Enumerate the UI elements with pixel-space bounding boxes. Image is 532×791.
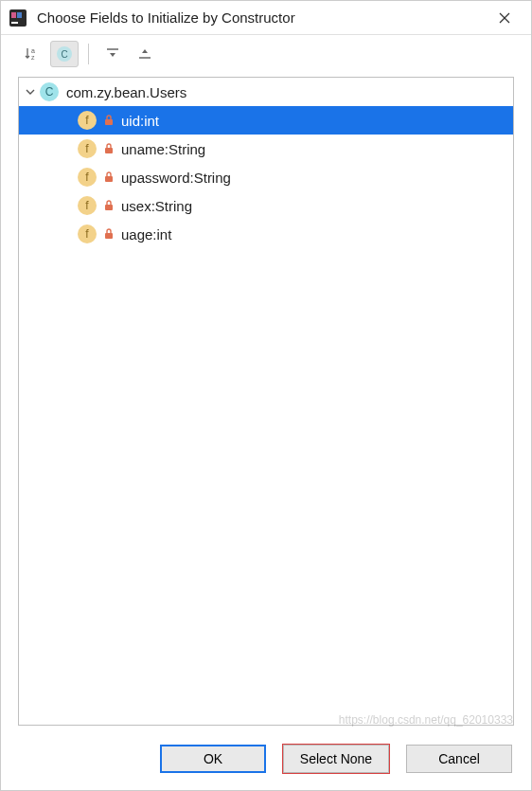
toolbar: a z C — [1, 35, 531, 73]
field-node[interactable]: fuage:int — [19, 220, 513, 248]
field-node[interactable]: fuid:int — [19, 106, 513, 135]
svg-rect-13 — [105, 205, 113, 210]
lock-icon — [102, 227, 115, 241]
field-icon: f — [78, 111, 97, 130]
lock-icon — [102, 114, 115, 127]
titlebar: Choose Fields to Initialize by Construct… — [1, 1, 531, 35]
svg-rect-3 — [11, 22, 18, 24]
field-label: usex:String — [121, 198, 192, 214]
app-icon — [9, 9, 27, 27]
svg-rect-10 — [105, 119, 113, 125]
field-icon: f — [78, 168, 97, 187]
collapse-all-button[interactable] — [131, 41, 159, 67]
field-label: upassword:String — [121, 170, 231, 186]
toolbar-separator — [88, 44, 89, 64]
cancel-button[interactable]: Cancel — [406, 745, 512, 773]
field-label: uname:String — [121, 141, 205, 157]
field-node[interactable]: fupassword:String — [19, 163, 513, 191]
svg-rect-1 — [11, 12, 16, 18]
close-icon — [499, 12, 510, 24]
chevron-down-icon[interactable] — [23, 87, 38, 97]
class-sort-icon: C — [57, 46, 72, 62]
lock-icon — [102, 171, 115, 184]
sort-alpha-button[interactable]: a z — [18, 41, 46, 67]
button-bar: OK Select None Cancel — [1, 733, 531, 790]
ok-button[interactable]: OK — [160, 745, 266, 773]
expand-all-icon — [105, 46, 120, 62]
svg-text:a: a — [31, 47, 35, 54]
svg-text:z: z — [31, 54, 35, 61]
svg-rect-14 — [105, 233, 113, 239]
select-none-button[interactable]: Select None — [283, 745, 389, 773]
field-node[interactable]: fusex:String — [19, 191, 513, 220]
collapse-all-icon — [137, 46, 152, 62]
field-icon: f — [78, 139, 97, 158]
sort-alpha-icon: a z — [24, 45, 41, 63]
lock-icon — [102, 142, 115, 155]
close-button[interactable] — [486, 4, 523, 32]
field-icon: f — [78, 196, 97, 215]
class-node[interactable]: C com.zy.bean.Users — [19, 78, 513, 106]
class-label: com.zy.bean.Users — [66, 84, 186, 100]
window-title: Choose Fields to Initialize by Construct… — [37, 9, 486, 26]
field-icon: f — [78, 225, 97, 243]
svg-rect-12 — [105, 176, 113, 182]
lock-icon — [102, 199, 115, 212]
svg-rect-2 — [17, 12, 22, 18]
class-icon: C — [40, 82, 59, 101]
field-label: uid:int — [121, 113, 159, 129]
svg-rect-11 — [105, 148, 113, 153]
expand-all-button[interactable] — [98, 41, 127, 67]
field-node[interactable]: funame:String — [19, 135, 513, 163]
field-label: uage:int — [121, 226, 171, 243]
sort-by-class-button[interactable]: C — [50, 41, 79, 67]
field-tree-panel[interactable]: C com.zy.bean.Users fuid:intfuname:Strin… — [18, 77, 514, 726]
